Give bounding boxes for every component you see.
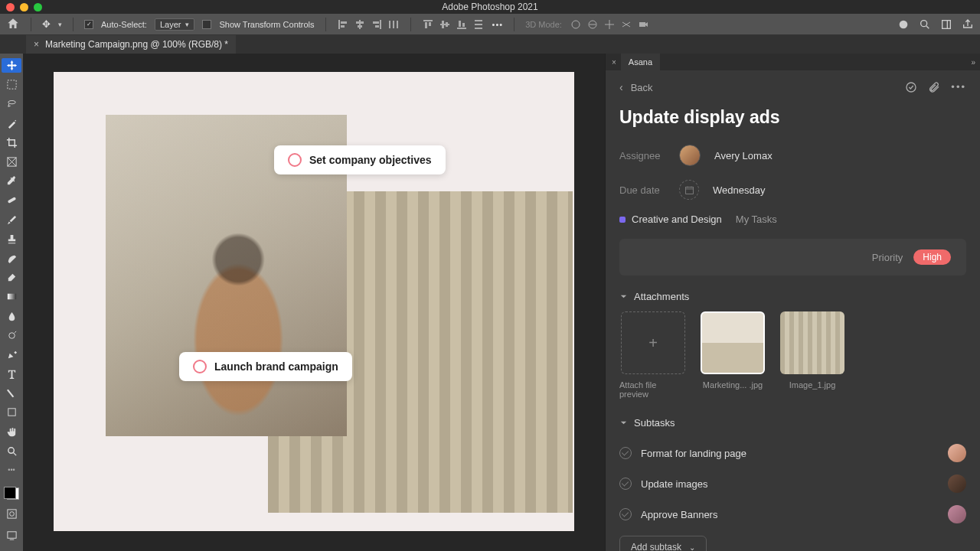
assignee-avatar[interactable] bbox=[679, 145, 701, 166]
align-center-v-icon[interactable] bbox=[439, 18, 451, 31]
artboard[interactable]: Set company objectives Launch brand camp… bbox=[54, 72, 574, 531]
svg-rect-16 bbox=[442, 21, 444, 28]
wand-tool[interactable] bbox=[2, 116, 21, 131]
stamp-tool[interactable] bbox=[2, 232, 21, 246]
priority-field[interactable]: Priority High bbox=[619, 239, 966, 276]
back-chevron-icon[interactable]: ‹ bbox=[619, 81, 623, 93]
workspace-icon[interactable] bbox=[940, 18, 952, 31]
svg-point-28 bbox=[921, 20, 927, 26]
zoom-tool[interactable] bbox=[2, 444, 21, 458]
project-secondary[interactable]: My Tasks bbox=[736, 214, 777, 225]
3d-mode-icons bbox=[570, 18, 649, 31]
more-icon[interactable]: ••• bbox=[951, 81, 966, 93]
heal-tool[interactable] bbox=[2, 193, 21, 207]
back-label[interactable]: Back bbox=[631, 82, 653, 93]
svg-rect-35 bbox=[8, 409, 15, 416]
close-panel-icon[interactable]: × bbox=[612, 58, 616, 67]
hand-tool[interactable] bbox=[2, 425, 21, 439]
subtask-assignee-avatar[interactable] bbox=[948, 474, 966, 493]
attachment-item[interactable]: Image_1.jpg bbox=[779, 311, 846, 399]
priority-label: Priority bbox=[872, 252, 903, 263]
subtask-assignee-avatar[interactable] bbox=[948, 444, 966, 462]
complete-subtask-icon[interactable] bbox=[619, 478, 632, 490]
due-date-value[interactable]: Wednesday bbox=[713, 184, 765, 196]
canvas-task-card-1[interactable]: Set company objectives bbox=[274, 145, 446, 174]
3d-slide-icon[interactable] bbox=[620, 18, 632, 31]
tool-strip: ••• bbox=[0, 54, 23, 551]
move-tool[interactable] bbox=[2, 58, 21, 73]
assignee-value[interactable]: Avery Lomax bbox=[714, 150, 773, 161]
move-tool-icon[interactable]: ✥ bbox=[42, 18, 51, 30]
subtask-row[interactable]: Format for landing page bbox=[619, 438, 966, 468]
add-attachment-icon[interactable]: + bbox=[621, 311, 685, 374]
align-bottom-icon[interactable] bbox=[456, 18, 468, 31]
gradient-tool[interactable] bbox=[2, 289, 21, 304]
complete-task-icon[interactable] bbox=[905, 81, 917, 93]
eraser-tool[interactable] bbox=[2, 270, 21, 285]
distribute-h-icon[interactable] bbox=[387, 18, 400, 31]
close-tab-icon[interactable]: × bbox=[34, 39, 39, 50]
type-tool[interactable] bbox=[2, 367, 21, 381]
subtasks-header[interactable]: Subtasks bbox=[619, 417, 966, 429]
home-icon[interactable] bbox=[6, 17, 20, 32]
3d-roll-icon[interactable] bbox=[586, 18, 599, 31]
canvas-area[interactable]: Set company objectives Launch brand camp… bbox=[23, 54, 605, 551]
pen-tool[interactable] bbox=[2, 347, 21, 362]
select-scope-value: Layer bbox=[160, 20, 181, 29]
foreground-background-colors[interactable] bbox=[3, 486, 20, 500]
distribute-v-icon[interactable] bbox=[472, 18, 485, 31]
subtask-title: Update images bbox=[641, 478, 707, 490]
screenmode-tool[interactable] bbox=[2, 527, 21, 543]
quickmask-tool[interactable] bbox=[2, 505, 21, 522]
tool-dropdown-icon[interactable]: ▾ bbox=[58, 21, 62, 28]
calendar-icon[interactable] bbox=[679, 180, 699, 200]
shape-tool[interactable] bbox=[2, 405, 21, 419]
auto-select-scope-select[interactable]: Layer ▾ bbox=[155, 18, 195, 31]
lasso-tool[interactable] bbox=[2, 96, 21, 111]
3d-camera-icon[interactable] bbox=[637, 18, 649, 31]
dodge-tool[interactable] bbox=[2, 328, 21, 343]
collapse-panel-icon[interactable]: » bbox=[971, 58, 975, 67]
3d-orbit-icon[interactable] bbox=[570, 18, 582, 31]
eyedropper-tool[interactable] bbox=[2, 174, 21, 188]
attachment-add[interactable]: + Attach file preview bbox=[619, 311, 687, 399]
auto-select-checkbox[interactable]: ✓ bbox=[84, 20, 93, 29]
document-tab[interactable]: × Marketing Campaign.png @ 100% (RGB/8) … bbox=[26, 35, 236, 54]
align-center-h-icon[interactable] bbox=[354, 18, 366, 31]
attachment-thumb[interactable] bbox=[701, 311, 765, 374]
asana-tab[interactable]: Asana bbox=[621, 54, 660, 70]
project-primary[interactable]: Creative and Design bbox=[632, 214, 722, 225]
subtask-row[interactable]: Approve Banners bbox=[619, 499, 966, 530]
attachments-header[interactable]: Attachments bbox=[619, 291, 966, 302]
add-subtask-button[interactable]: Add subtask ⌄ bbox=[619, 536, 707, 551]
cloud-sync-icon[interactable] bbox=[897, 18, 910, 31]
attachment-icon[interactable] bbox=[928, 81, 940, 93]
svg-rect-32 bbox=[7, 197, 16, 204]
attachment-thumb[interactable] bbox=[780, 311, 844, 374]
search-icon[interactable] bbox=[919, 18, 931, 31]
subtask-assignee-avatar[interactable] bbox=[948, 505, 966, 523]
attachment-item[interactable]: Marketing... .jpg bbox=[699, 311, 766, 399]
subtask-row[interactable]: Update images bbox=[619, 468, 966, 499]
brush-tool[interactable] bbox=[2, 213, 21, 227]
priority-pill[interactable]: High bbox=[913, 249, 951, 265]
more-options-icon[interactable]: ••• bbox=[492, 20, 504, 29]
complete-subtask-icon[interactable] bbox=[619, 447, 632, 459]
align-right-icon[interactable] bbox=[371, 18, 383, 31]
frame-tool[interactable] bbox=[2, 155, 21, 169]
blur-tool[interactable] bbox=[2, 308, 21, 323]
tool-more-icon[interactable]: ••• bbox=[8, 466, 15, 474]
align-top-icon[interactable] bbox=[422, 18, 434, 31]
3d-pan-icon[interactable] bbox=[603, 18, 616, 31]
history-brush-tool[interactable] bbox=[2, 251, 21, 266]
complete-subtask-icon[interactable] bbox=[619, 508, 632, 520]
path-tool[interactable] bbox=[2, 386, 21, 400]
align-left-icon[interactable] bbox=[337, 18, 349, 31]
right-panel: × Asana » ‹ Back ••• Update display ads … bbox=[605, 54, 980, 551]
canvas-task-card-2[interactable]: Launch brand campaign bbox=[179, 352, 352, 381]
marquee-tool[interactable] bbox=[2, 77, 21, 92]
share-icon[interactable] bbox=[962, 18, 974, 31]
show-transform-checkbox[interactable] bbox=[202, 20, 211, 29]
crop-tool[interactable] bbox=[2, 135, 21, 150]
svg-rect-8 bbox=[375, 25, 379, 28]
